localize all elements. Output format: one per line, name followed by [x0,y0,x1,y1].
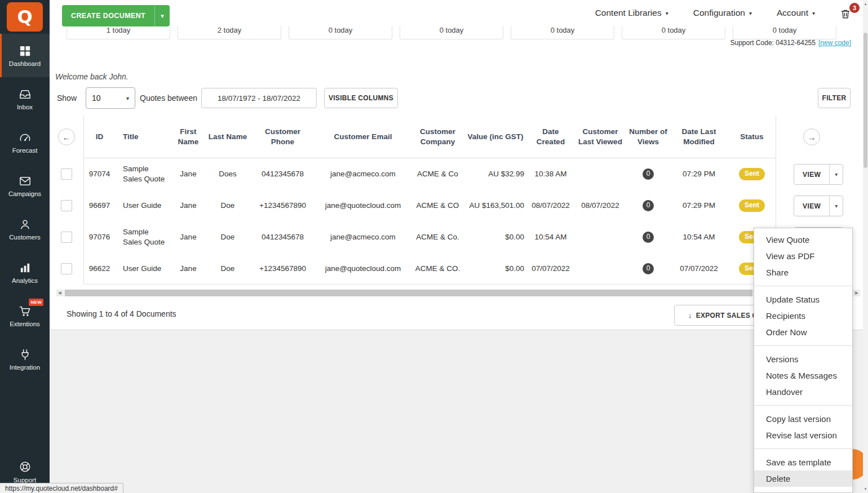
chevron-down-icon[interactable]: ▾ [154,5,170,26]
column-header-first-name[interactable]: First Name [171,116,205,158]
menu-item-notes-messages[interactable]: Notes & Messages [754,367,852,384]
menu-item-versions[interactable]: Versions [754,351,852,367]
column-header-id[interactable]: ID [84,116,115,158]
scroll-columns-left-button[interactable]: ← [58,128,75,145]
sidebar-item-dashboard[interactable]: Dashboard [0,34,50,77]
menu-item-view-quote[interactable]: View Quote [754,232,852,248]
views-count-badge: 0 [643,232,654,243]
view-button[interactable]: VIEW ▾ [794,164,843,185]
row-checkbox[interactable] [61,232,72,243]
menu-label: Configuration [693,8,745,18]
sidebar-item-integration[interactable]: Integration [0,337,50,381]
stat-card[interactable]: 0 today [622,26,725,39]
stat-card[interactable]: 0 today [289,26,392,39]
horizontal-scrollbar[interactable]: ◀ ▶ [56,290,860,296]
view-button[interactable]: VIEW ▾ [794,196,843,216]
cell-date-modified: 07:29 PM [671,190,727,221]
view-button-label: VIEW [794,165,829,184]
vertical-scrollbar[interactable]: ▲ ▼ [863,0,868,493]
stat-card[interactable]: 2 today [178,26,281,39]
menu-content-libraries[interactable]: Content Libraries ▾ [595,8,668,18]
quotes-between-label: Quotes between [140,94,197,103]
cell-phone: +1234567890 [250,253,315,284]
chevron-down-icon: ▾ [812,10,815,16]
menu-item-save-as-template[interactable]: Save as template [754,454,852,470]
menu-item-order-now[interactable]: Order Now [754,324,852,340]
column-header-date-last-modified[interactable]: Date Last Modified [671,116,727,158]
menu-item-recipients[interactable]: Recipients [754,308,852,324]
scroll-right-icon[interactable]: ▶ [853,290,860,296]
column-header-title[interactable]: Title [115,116,171,158]
column-header-number-of-views[interactable]: Number of Views [626,116,671,158]
visible-columns-button[interactable]: VISIBLE COLUMNS [324,88,398,108]
menu-item-handover[interactable]: Handover [754,384,852,400]
column-header-last-name[interactable]: Last Name [205,116,250,158]
stat-card-count: 0 today [440,26,464,34]
scroll-left-icon[interactable]: ◀ [56,290,63,296]
create-document-button[interactable]: CREATE DOCUMENT ▾ [62,5,170,26]
sidebar: Q Dashboard Inbox Forecast Campaigns Cus… [0,0,50,493]
stat-card[interactable]: 0 today [733,26,836,39]
column-header-date-created[interactable]: Date Created [526,116,575,158]
sidebar-item-analytics[interactable]: Analytics [0,251,50,294]
chevron-down-icon[interactable]: ▾ [829,165,843,184]
horizontal-scrollbar-thumb[interactable] [65,290,752,296]
cell-date-modified: 07:29 PM [671,158,727,190]
documents-panel: Show 10 ▾ Quotes between VISIBLE COLUMNS… [50,83,868,330]
sidebar-item-extentions[interactable]: NEW Extentions [0,294,50,337]
menu-item-revise-last-version[interactable]: Revise last version [754,427,852,443]
column-header-customer-company[interactable]: Customer Company [411,116,464,158]
cell-last-name: Doe [205,190,250,221]
menu-item-delete[interactable]: Delete [754,470,852,487]
menu-account[interactable]: Account ▾ [777,8,815,18]
sidebar-item-customers[interactable]: Customers [0,207,50,251]
row-checkbox[interactable] [61,263,72,274]
app-logo[interactable]: Q [7,2,43,32]
menu-item-update-status[interactable]: Update Status [754,291,852,308]
stat-card[interactable]: 1 today [67,26,170,39]
status-badge: Sent [739,199,765,212]
chevron-down-icon[interactable]: ▾ [829,196,843,216]
filter-button[interactable]: FILTER [818,88,851,108]
menu-item-copy-last-version[interactable]: Copy last version [754,411,852,427]
cell-first-name: Jane [171,221,205,253]
vertical-scrollbar-thumb[interactable] [863,33,867,168]
browser-status-bar: https://my.quotecloud.net/dashboard# [0,483,123,493]
main-content: CREATE DOCUMENT ▾ Content Libraries ▾ Co… [50,0,868,493]
menu-item-share[interactable]: Share [754,264,852,281]
sidebar-item-campaigns[interactable]: Campaigns [0,164,50,207]
sidebar-label: Inbox [17,104,33,110]
trash-count-badge: 3 [849,3,860,13]
column-header-customer-last-viewed[interactable]: Customer Last Viewed [575,116,626,158]
scroll-down-icon[interactable]: ▼ [863,485,868,493]
scroll-columns-right-button[interactable]: → [803,128,820,145]
cell-company: ACME & CO. [411,253,464,284]
menu-item-view-as-pdf[interactable]: View as PDF [754,248,852,264]
cell-id: 97074 [84,158,115,190]
date-range-input[interactable] [201,88,317,108]
sidebar-item-forecast[interactable]: Forecast [0,121,50,164]
stat-card[interactable]: 0 today [511,26,614,39]
views-count-badge: 0 [643,200,654,211]
sidebar-item-inbox[interactable]: Inbox [0,77,50,121]
column-header-status[interactable]: Status [727,116,777,158]
column-header-customer-email[interactable]: Customer Email [315,116,411,158]
trash-button[interactable]: 3 [840,5,854,21]
row-checkbox[interactable] [61,200,72,211]
menu-configuration[interactable]: Configuration ▾ [693,8,752,18]
stat-card-count: 1 today [107,26,131,34]
new-code-link[interactable]: [new code] [818,39,851,47]
cell-date-created: 10:38 AM [526,158,575,190]
show-select[interactable]: 10 ▾ [86,87,135,109]
cell-value: AU $163,501.00 [464,190,526,221]
scroll-up-icon[interactable]: ▲ [863,0,868,8]
stat-card[interactable]: 0 today [400,26,503,39]
cell-title: Sample Sales Quote [115,158,171,190]
cell-id: 96697 [84,190,115,221]
column-header-customer-phone[interactable]: Customer Phone [250,116,315,158]
table-header: ← ID Title First Name Last Name Customer… [50,116,868,158]
column-header-value[interactable]: Value (inc GST) [464,116,526,158]
navbar-menus: Content Libraries ▾ Configuration ▾ Acco… [595,0,854,26]
row-checkbox[interactable] [61,168,72,180]
menu-divider [754,448,852,449]
